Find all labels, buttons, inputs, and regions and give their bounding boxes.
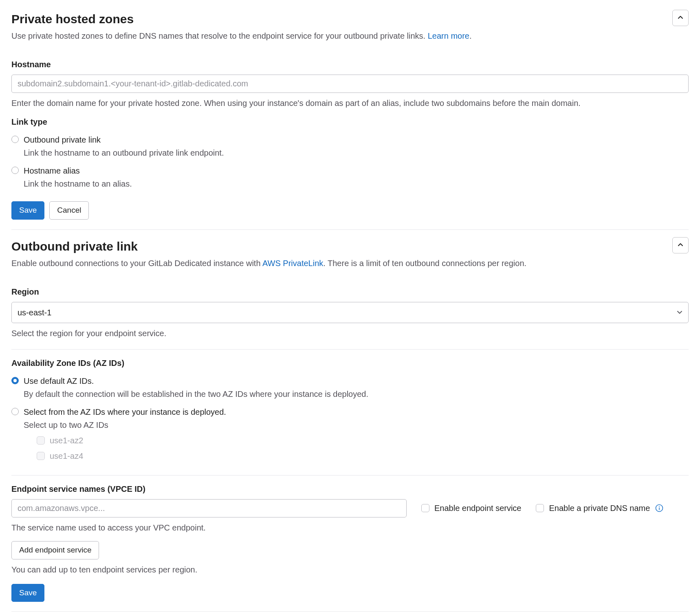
endpoint-label: Endpoint service names (VPCE ID) xyxy=(11,483,689,495)
region-label: Region xyxy=(11,286,689,298)
chevron-up-icon xyxy=(677,12,684,24)
enable-endpoint-checkbox[interactable] xyxy=(421,504,429,512)
link-type-option-label: Outbound private link xyxy=(24,134,689,146)
private-hosted-zones-section: Private hosted zones Use private hosted … xyxy=(11,10,689,220)
az-option-label: Select from the AZ IDs where your instan… xyxy=(24,406,689,418)
opl-desc-pre: Enable outbound connections to your GitL… xyxy=(11,259,262,268)
cancel-button[interactable]: Cancel xyxy=(49,201,89,220)
add-endpoint-help: You can add up to ten endpoint services … xyxy=(11,564,689,576)
phz-desc-post: . xyxy=(469,31,472,40)
region-help: Select the region for your endpoint serv… xyxy=(11,327,689,339)
az-label: Availability Zone IDs (AZ IDs) xyxy=(11,357,689,369)
enable-dns-checkbox[interactable] xyxy=(536,504,544,512)
opl-title: Outbound private link xyxy=(11,237,667,255)
save-button[interactable]: Save xyxy=(11,201,44,220)
add-endpoint-button[interactable]: Add endpoint service xyxy=(11,541,99,559)
az-id-label: use1-az4 xyxy=(50,450,83,462)
phz-desc-text: Use private hosted zones to define DNS n… xyxy=(11,31,428,40)
az-option-sublabel: Select up to two AZ IDs xyxy=(24,419,689,431)
svg-point-2 xyxy=(659,506,660,507)
az-option-sublabel: By default the connection will be establ… xyxy=(24,388,689,400)
az-checkbox-use1-az2 xyxy=(37,436,45,445)
endpoint-service-input[interactable] xyxy=(11,499,407,517)
collapse-button[interactable] xyxy=(672,237,689,253)
az-radio-default[interactable] xyxy=(11,377,19,384)
az-option-label: Use default AZ IDs. xyxy=(24,375,689,387)
link-type-option-sublabel: Link the hostname to an outbound private… xyxy=(24,147,689,159)
link-type-radio-outbound[interactable] xyxy=(11,136,19,143)
opl-desc-post: . There is a limit of ten outbound conne… xyxy=(323,259,526,268)
phz-title: Private hosted zones xyxy=(11,10,667,28)
save-button[interactable]: Save xyxy=(11,584,44,602)
subsection-divider xyxy=(11,475,689,476)
hostname-input[interactable] xyxy=(11,75,689,93)
link-type-option-label: Hostname alias xyxy=(24,165,689,177)
region-select[interactable]: us-east-1 xyxy=(11,302,689,323)
hostname-label: Hostname xyxy=(11,58,689,70)
collapse-button[interactable] xyxy=(672,10,689,26)
az-id-label: use1-az2 xyxy=(50,434,83,447)
outbound-private-link-section: Outbound private link Enable outbound co… xyxy=(11,237,689,612)
aws-privatelink-link[interactable]: AWS PrivateLink xyxy=(262,259,323,268)
chevron-up-icon xyxy=(677,239,684,251)
info-icon[interactable] xyxy=(655,504,664,513)
section-divider xyxy=(11,229,689,230)
endpoint-help: The service name used to access your VPC… xyxy=(11,522,689,534)
az-checkbox-use1-az4 xyxy=(37,452,45,460)
subsection-divider xyxy=(11,349,689,350)
learn-more-link[interactable]: Learn more xyxy=(428,31,469,40)
link-type-radio-alias[interactable] xyxy=(11,167,19,174)
phz-description: Use private hosted zones to define DNS n… xyxy=(11,30,667,42)
enable-endpoint-label: Enable endpoint service xyxy=(434,502,521,514)
opl-description: Enable outbound connections to your GitL… xyxy=(11,257,667,269)
link-type-option-sublabel: Link the hostname to an alias. xyxy=(24,178,689,190)
az-radio-select[interactable] xyxy=(11,408,19,415)
enable-dns-label: Enable a private DNS name xyxy=(549,502,650,514)
hostname-help: Enter the domain name for your private h… xyxy=(11,97,689,109)
link-type-label: Link type xyxy=(11,116,689,128)
